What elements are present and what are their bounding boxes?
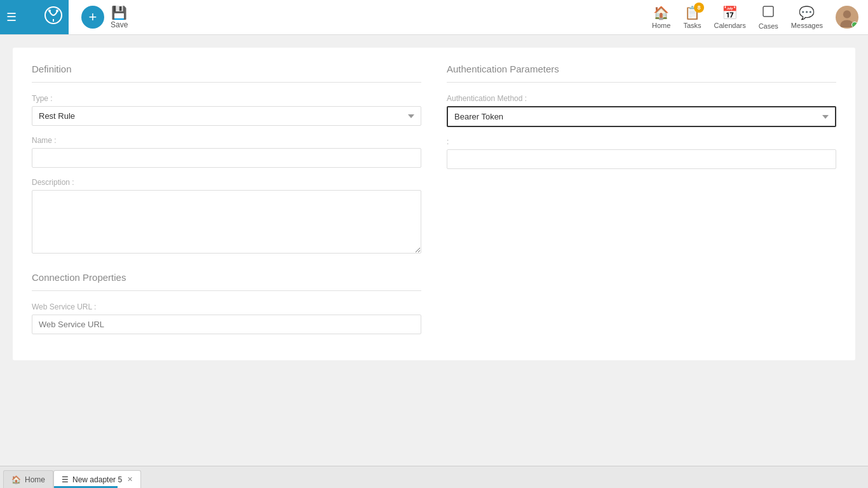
svg-point-6 [843, 10, 851, 18]
auth-method-field-group: Authentication Method : Bearer Token Bas… [447, 94, 836, 127]
hamburger-icon[interactable]: ☰ [6, 10, 17, 24]
url-input[interactable] [32, 315, 421, 334]
tab-close-icon[interactable]: ✕ [127, 475, 133, 484]
connection-section: Connection Properties Web Service URL : [32, 272, 421, 334]
nav-tasks-label: Tasks [683, 22, 701, 29]
auth-method-select[interactable]: Bearer Token Basic Auth OAuth None [447, 106, 836, 127]
token-label: : [447, 137, 836, 146]
authentication-section: Authentication Parameters Authentication… [447, 64, 836, 344]
type-field-group: Type : Rest Rule SOAP Rule Database Rule [32, 94, 421, 126]
navbar: ☰ + 💾 Save 🏠 Home 📋 8 Tasks [0, 0, 868, 35]
save-label: Save [111, 20, 128, 29]
authentication-title: Authentication Parameters [447, 64, 836, 74]
nav-cases[interactable]: Cases [759, 5, 778, 30]
tasks-badge: 8 [694, 3, 704, 13]
tab-home-icon: 🏠 [11, 475, 21, 484]
nav-home[interactable]: 🏠 Home [652, 5, 670, 29]
svg-point-2 [56, 10, 58, 12]
type-label: Type : [32, 94, 421, 103]
bottom-tabs: 🏠 Home ☰ New adapter 5 ✕ [0, 466, 868, 488]
nav-calendars[interactable]: 📅 Calendars [714, 5, 746, 29]
logo-icon [44, 6, 62, 28]
token-input[interactable] [447, 149, 836, 169]
nav-calendars-label: Calendars [714, 22, 746, 29]
add-button[interactable]: + [81, 6, 104, 29]
description-field-group: Description : [32, 178, 421, 256]
avatar[interactable] [836, 6, 858, 29]
tasks-icon-wrap: 📋 8 [684, 5, 700, 20]
description-textarea[interactable] [32, 190, 421, 254]
form-container: Definition Type : Rest Rule SOAP Rule Da… [13, 48, 855, 360]
definition-section: Definition Type : Rest Rule SOAP Rule Da… [32, 64, 421, 344]
avatar-online-indicator [851, 22, 858, 28]
svg-point-1 [48, 10, 51, 12]
url-label: Web Service URL : [32, 302, 421, 311]
form-row: Definition Type : Rest Rule SOAP Rule Da… [32, 64, 836, 344]
connection-divider [32, 290, 421, 291]
connection-title: Connection Properties [32, 272, 421, 283]
tab-adapter-label: New adapter 5 [72, 475, 122, 484]
nav-home-label: Home [652, 22, 670, 29]
description-label: Description : [32, 178, 421, 187]
definition-divider [32, 82, 421, 83]
navbar-brand: ☰ [0, 0, 69, 34]
nav-messages[interactable]: 💬 Messages [791, 5, 823, 29]
main-content: Definition Type : Rest Rule SOAP Rule Da… [0, 35, 868, 466]
token-field-group: : [447, 137, 836, 169]
home-icon: 🏠 [653, 5, 669, 20]
tab-home-label: Home [25, 475, 45, 484]
navbar-right: 🏠 Home 📋 8 Tasks 📅 Calendars Cases 💬 Mes… [652, 5, 868, 30]
url-field-group: Web Service URL : [32, 302, 421, 334]
tab-adapter[interactable]: ☰ New adapter 5 ✕ [53, 470, 141, 488]
type-select[interactable]: Rest Rule SOAP Rule Database Rule [32, 106, 421, 126]
svg-rect-4 [763, 6, 773, 17]
nav-messages-label: Messages [791, 22, 823, 29]
messages-icon: 💬 [799, 5, 815, 20]
definition-title: Definition [32, 64, 421, 74]
save-button[interactable]: 💾 Save [111, 5, 128, 29]
nav-tasks[interactable]: 📋 8 Tasks [683, 5, 701, 29]
authentication-divider [447, 82, 836, 83]
name-input[interactable] [32, 148, 421, 168]
save-icon: 💾 [111, 5, 127, 20]
auth-method-label: Authentication Method : [447, 94, 836, 103]
name-field-group: Name : [32, 136, 421, 168]
tab-home[interactable]: 🏠 Home [3, 470, 53, 488]
name-label: Name : [32, 136, 421, 145]
calendars-icon: 📅 [722, 5, 738, 20]
nav-cases-label: Cases [759, 22, 778, 30]
tab-adapter-icon: ☰ [62, 475, 69, 484]
cases-icon [762, 5, 775, 21]
